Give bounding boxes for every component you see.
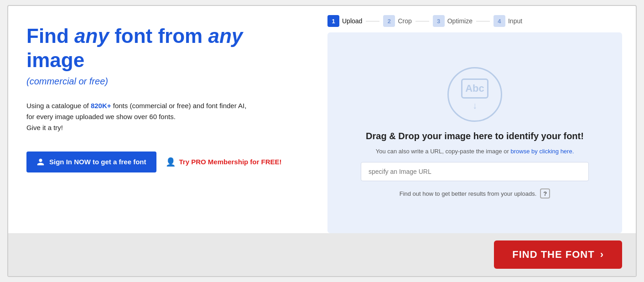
- step-2-label: Crop: [398, 17, 411, 25]
- step-2: 2 Crop: [383, 15, 411, 27]
- step-1-label: Upload: [342, 17, 362, 25]
- abc-icon: Abc ↓: [447, 67, 502, 122]
- desc-text4: Give it a try!: [26, 124, 63, 131]
- step-3-num: 3: [433, 15, 445, 27]
- headline-text1: Find: [26, 25, 74, 47]
- desc-text3: for every image uploaded we show over 60…: [26, 113, 176, 120]
- subheadline: (commercial or free): [26, 76, 305, 87]
- results-hint-text: Find out how to get better results from …: [400, 190, 537, 197]
- desc-text1: Using a catalogue of: [26, 102, 91, 110]
- headline-text2: font from: [109, 25, 208, 47]
- description: Using a catalogue of 820K+ fonts (commer…: [26, 100, 305, 133]
- user-icon: [36, 158, 45, 166]
- headline-italic2: any: [208, 25, 243, 47]
- find-font-label: FIND THE FONT: [512, 249, 594, 261]
- find-font-arrow: ›: [600, 249, 604, 261]
- step-divider-1: [366, 21, 379, 21]
- steps-bar: 1 Upload 2 Crop 3 Optimize 4 Input: [327, 15, 622, 27]
- pro-button[interactable]: 👤 Try PRO Membership for FREE!: [166, 157, 282, 167]
- url-input[interactable]: [361, 162, 589, 181]
- desc-text2: fonts (commercial or free) and font find…: [111, 102, 247, 110]
- step-divider-2: [415, 21, 429, 21]
- headline-italic1: any: [74, 25, 109, 47]
- step-3-label: Optimize: [447, 17, 473, 25]
- step-4: 4 Input: [493, 15, 522, 27]
- headline-text3: image: [26, 49, 84, 71]
- step-divider-3: [476, 21, 490, 21]
- find-font-button[interactable]: FIND THE FONT ›: [494, 240, 622, 269]
- main-content: Find any font from any image (commercial…: [8, 6, 636, 233]
- headline: Find any font from any image: [26, 24, 305, 73]
- pro-label: Try PRO Membership for FREE!: [179, 158, 282, 166]
- step-1-num: 1: [327, 15, 339, 27]
- step-4-label: Input: [508, 17, 522, 25]
- or-text: You can also write a URL, copy-paste the…: [376, 148, 574, 155]
- abc-box: Abc: [461, 78, 488, 99]
- sign-in-button[interactable]: Sign In NOW to get a free font: [26, 151, 156, 172]
- app-frame: Find any font from any image (commercial…: [7, 5, 637, 277]
- step-4-num: 4: [493, 15, 505, 27]
- drag-drop-text: Drag & Drop your image here to identify …: [366, 131, 584, 141]
- left-panel: Find any font from any image (commercial…: [22, 15, 314, 233]
- cta-row: Sign In NOW to get a free font 👤 Try PRO…: [26, 151, 305, 172]
- bottom-bar: FIND THE FONT ›: [8, 233, 636, 276]
- hint-badge[interactable]: ?: [540, 188, 550, 198]
- or-text-before: You can also write a URL, copy-paste the…: [376, 148, 511, 155]
- abc-circle: Abc ↓: [447, 67, 502, 122]
- step-3: 3 Optimize: [433, 15, 473, 27]
- upload-dropzone[interactable]: Abc ↓ Drag & Drop your image here to ide…: [327, 32, 622, 233]
- results-hint: Find out how to get better results from …: [400, 188, 551, 198]
- step-1: 1 Upload: [327, 15, 362, 27]
- browse-link[interactable]: browse by clicking here.: [511, 148, 574, 155]
- desc-highlight: 820K+: [91, 102, 111, 110]
- abc-arrow: ↓: [473, 100, 477, 111]
- step-2-num: 2: [383, 15, 395, 27]
- right-panel: 1 Upload 2 Crop 3 Optimize 4 Input: [327, 15, 622, 233]
- pro-icon: 👤: [166, 157, 176, 167]
- sign-in-label: Sign In NOW to get a free font: [49, 158, 146, 166]
